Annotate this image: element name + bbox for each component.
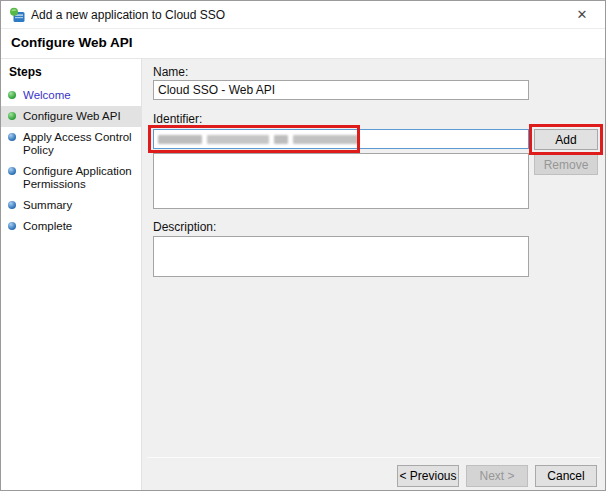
sidebar-item-apply-access-control-policy: Apply Access Control Policy (1, 127, 141, 161)
description-textarea[interactable] (153, 236, 529, 277)
add-button[interactable]: Add (534, 129, 598, 150)
sidebar-item-configure-application-permissions: Configure Application Permissions (1, 161, 141, 195)
step-label: Configure Web API (23, 110, 121, 122)
sidebar-item-welcome[interactable]: Welcome (1, 85, 141, 106)
sidebar-item-configure-web-api[interactable]: Configure Web API (1, 106, 141, 127)
page-title: Configure Web API (11, 35, 133, 50)
app-icon (9, 7, 25, 23)
step-pending-dot-icon (8, 167, 16, 175)
step-current-dot-icon (8, 112, 16, 120)
step-pending-dot-icon (8, 222, 16, 230)
step-label: Apply Access Control Policy (23, 131, 132, 156)
footer-divider (147, 457, 601, 458)
sidebar-item-complete: Complete (1, 216, 141, 237)
sidebar-item-summary: Summary (1, 195, 141, 216)
close-icon: ✕ (577, 7, 588, 22)
step-label: Complete (23, 220, 72, 232)
step-done-dot-icon (8, 91, 16, 99)
step-label: Welcome (23, 89, 71, 101)
window-title: Add a new application to Cloud SSO (31, 8, 225, 22)
cancel-button[interactable]: Cancel (535, 465, 597, 487)
steps-sidebar: Steps Welcome Configure Web API Apply Ac… (1, 58, 142, 490)
name-label: Name: (153, 65, 188, 79)
title-bar: Add a new application to Cloud SSO ✕ (1, 1, 605, 29)
identifier-label: Identifier: (153, 112, 202, 126)
step-label: Configure Application Permissions (23, 165, 132, 190)
steps-header: Steps (9, 65, 42, 79)
step-label: Summary (23, 199, 72, 211)
identifier-redacted-text (207, 135, 269, 144)
identifier-input[interactable] (153, 129, 529, 149)
remove-button: Remove (534, 154, 598, 175)
name-input[interactable] (153, 80, 529, 100)
description-label: Description: (153, 220, 216, 234)
identifier-redacted-text (293, 135, 359, 144)
page-header: Configure Web API (1, 29, 605, 58)
step-pending-dot-icon (8, 201, 16, 209)
next-button: Next > (466, 465, 528, 487)
identifier-listbox[interactable] (153, 153, 529, 209)
wizard-dialog: Add a new application to Cloud SSO ✕ Con… (0, 0, 606, 491)
identifier-redacted-text (274, 135, 288, 144)
identifier-redacted-text (158, 135, 202, 144)
step-pending-dot-icon (8, 133, 16, 141)
previous-button[interactable]: < Previous (397, 465, 459, 487)
close-button[interactable]: ✕ (567, 3, 597, 27)
steps-list: Welcome Configure Web API Apply Access C… (1, 85, 141, 237)
